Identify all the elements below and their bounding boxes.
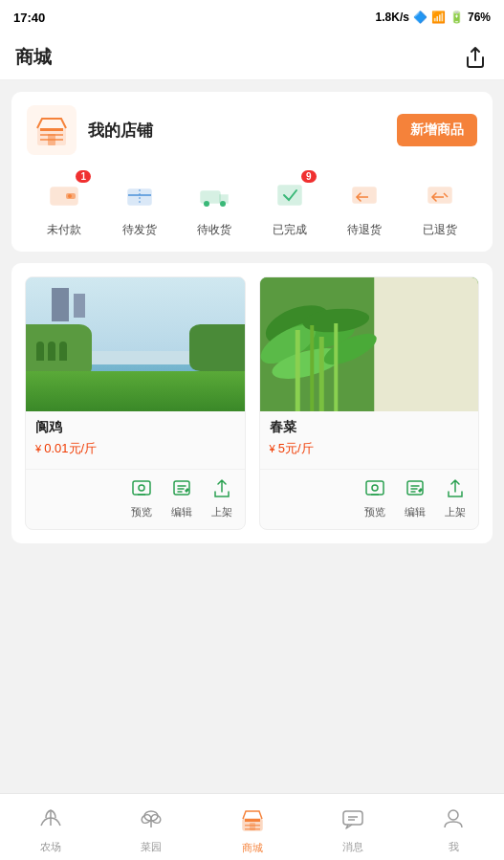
garden-svg	[139, 806, 164, 831]
publish-action-veggie[interactable]: 上架	[442, 475, 469, 519]
svg-point-13	[220, 201, 226, 207]
unpaid-icon-wrap: 1	[43, 174, 85, 216]
add-product-button[interactable]: 新增商品	[397, 114, 477, 146]
edit-icon-chicken	[168, 475, 195, 502]
edit-icon-veggie	[402, 475, 428, 502]
preview-action-chicken[interactable]: 预览	[128, 475, 155, 519]
unpaid-label: 未付款	[47, 222, 81, 238]
svg-rect-37	[407, 481, 423, 495]
nav-item-farm[interactable]: 农场	[0, 801, 100, 854]
store-top: 我的店铺 新增商品	[27, 105, 477, 155]
store-logo-icon	[33, 111, 71, 149]
preview-icon-veggie	[362, 475, 388, 502]
product-name-veggie: 春菜	[270, 419, 470, 436]
nav-item-mall[interactable]: 商城	[202, 800, 302, 855]
messages-icon	[340, 806, 365, 837]
product-image-veggie	[260, 277, 479, 411]
return-icon	[347, 178, 382, 212]
returned-icon	[419, 174, 461, 216]
svg-rect-44	[245, 819, 260, 822]
nav-label-mall: 商城	[242, 841, 263, 855]
farm-icon	[38, 806, 63, 837]
product-image-chicken: 🦢🦢	[26, 277, 245, 411]
svg-rect-17	[428, 187, 451, 203]
svg-rect-4	[48, 134, 55, 145]
preview-label-veggie: 预览	[364, 505, 385, 519]
svg-rect-24	[374, 277, 478, 411]
nav-item-messages[interactable]: 消息	[302, 801, 403, 854]
preview-icon-chicken	[128, 475, 155, 502]
main-content: 我的店铺 新增商品 1 未付款	[0, 80, 504, 620]
products-card: 🦢🦢 阆鸡 ¥ 0.01元/斤	[11, 263, 493, 543]
product-name-chicken: 阆鸡	[35, 419, 235, 436]
svg-point-7	[68, 194, 72, 198]
completed-badge: 9	[301, 170, 317, 183]
nav-label-garden: 菜园	[141, 840, 162, 854]
pending-ship-label: 待发货	[122, 222, 157, 238]
nav-item-profile[interactable]: 我	[404, 801, 504, 854]
product-item-veggie: 春菜 ¥ 5元/斤 预览	[259, 276, 480, 530]
wifi-icon: 📶	[431, 11, 446, 24]
order-status-returned[interactable]: 已退货	[403, 174, 478, 238]
mall-icon	[239, 805, 266, 838]
store-info: 我的店铺	[27, 105, 153, 155]
svg-point-21	[139, 485, 144, 491]
preview-label-chicken: 预览	[131, 505, 152, 519]
pending-ship-icon	[119, 174, 161, 216]
svg-point-51	[449, 810, 458, 820]
wallet-icon	[47, 178, 81, 212]
returned-icon-svg	[423, 178, 457, 212]
publish-label-chicken: 上架	[211, 505, 232, 519]
truck-icon	[197, 178, 231, 212]
pending-receive-label: 待收货	[197, 222, 231, 238]
order-status-completed[interactable]: 9 已完成	[252, 174, 328, 238]
nav-label-farm: 农场	[40, 840, 61, 854]
completed-label: 已完成	[273, 222, 307, 238]
order-status-pending-ship[interactable]: 待发货	[102, 174, 178, 238]
product-item-chicken: 🦢🦢 阆鸡 ¥ 0.01元/斤	[25, 276, 246, 530]
mall-svg	[239, 805, 266, 832]
completed-icon-svg	[273, 178, 307, 212]
share-button[interactable]	[462, 44, 489, 71]
edit-action-chicken[interactable]: 编辑	[168, 475, 195, 519]
svg-rect-14	[278, 186, 301, 205]
publish-label-veggie: 上架	[445, 505, 466, 519]
order-status-pending-receive[interactable]: 待收货	[177, 174, 252, 238]
svg-point-12	[204, 201, 209, 207]
svg-rect-20	[133, 481, 150, 495]
page-title: 商城	[15, 45, 52, 70]
publish-svg	[211, 478, 232, 499]
svg-rect-11	[201, 191, 220, 203]
svg-rect-47	[250, 823, 255, 830]
product-actions-chicken: 预览 编辑	[26, 469, 245, 529]
pending-receive-icon	[193, 174, 235, 216]
product-actions-veggie: 预览 编辑	[260, 469, 479, 529]
store-logo	[27, 105, 77, 155]
nav-label-messages: 消息	[342, 840, 363, 854]
returned-label: 已退货	[423, 222, 457, 238]
publish-icon-chicken	[208, 475, 235, 502]
product-price-chicken: ¥ 0.01元/斤	[35, 440, 235, 457]
edit-action-veggie[interactable]: 编辑	[402, 475, 428, 519]
bottom-nav: 农场 菜园 商城	[0, 793, 504, 860]
order-status-unpaid[interactable]: 1 未付款	[27, 174, 102, 238]
product-info-veggie: 春菜 ¥ 5元/斤	[260, 411, 479, 469]
svg-rect-22	[174, 481, 189, 495]
publish-action-chicken[interactable]: 上架	[208, 475, 235, 519]
order-status-row: 1 未付款 待发货	[27, 174, 477, 238]
preview-svg	[131, 478, 152, 499]
status-right: 1.8K/s 🔷 📶 🔋 76%	[376, 11, 491, 24]
svg-point-36	[372, 485, 378, 491]
pending-receive-icon-wrap	[193, 174, 235, 216]
preview-action-veggie[interactable]: 预览	[362, 475, 388, 519]
order-status-pending-return[interactable]: 待退货	[327, 174, 403, 238]
nav-item-garden[interactable]: 菜园	[100, 801, 201, 854]
pending-return-icon	[343, 174, 385, 216]
bluetooth-icon: 🔷	[413, 11, 427, 24]
messages-svg	[340, 806, 365, 831]
edit-label-veggie: 编辑	[405, 505, 426, 519]
veg-image-svg	[260, 277, 479, 411]
svg-rect-1	[40, 128, 63, 131]
edit-svg	[171, 478, 192, 499]
edit-svg-v	[405, 478, 426, 499]
